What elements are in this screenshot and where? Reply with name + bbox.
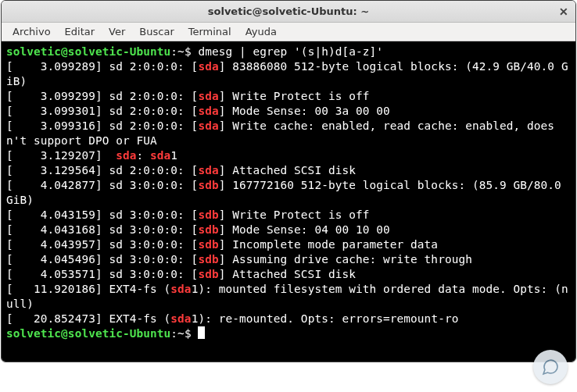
terminal-body[interactable]: solvetic@solvetic-Ubuntu:~$ dmesg | egre… <box>2 41 575 362</box>
menu-terminal[interactable]: Terminal <box>182 24 238 39</box>
menu-buscar[interactable]: Buscar <box>133 24 180 39</box>
chat-bubble-icon[interactable] <box>533 350 568 384</box>
terminal-window: solvetic@solvetic-Ubuntu: ~ ✕ Archivo Ed… <box>1 0 576 362</box>
cursor <box>198 326 205 339</box>
menubar: Archivo Editar Ver Buscar Terminal Ayuda <box>2 23 575 41</box>
menu-editar[interactable]: Editar <box>59 24 102 39</box>
menu-archivo[interactable]: Archivo <box>6 24 57 39</box>
menu-ver[interactable]: Ver <box>102 24 131 39</box>
titlebar: solvetic@solvetic-Ubuntu: ~ ✕ <box>2 1 575 23</box>
close-icon[interactable]: ✕ <box>557 5 571 19</box>
menu-ayuda[interactable]: Ayuda <box>239 24 283 39</box>
window-title: solvetic@solvetic-Ubuntu: ~ <box>208 5 369 17</box>
